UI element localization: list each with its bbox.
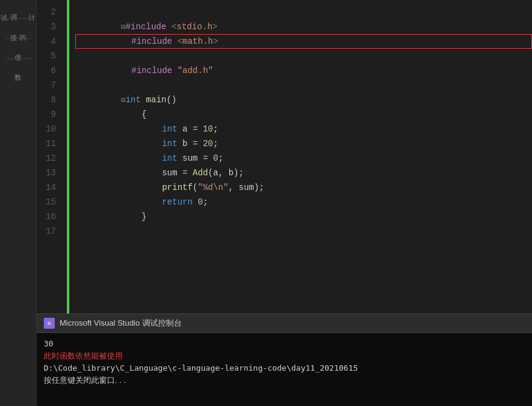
code-line-3[interactable]: #include <math.h> [80,19,532,34]
code-line-15[interactable]: } [80,195,532,209]
sidebar-divider-3 [6,58,30,59]
line-num-7: 7 [36,78,62,93]
code-line-11[interactable]: int sum = 0; [80,136,532,151]
code-line-17[interactable] [80,224,532,239]
code-line-13[interactable]: printf("%d\n", sum); [80,166,532,180]
line-num-11: 11 [36,136,62,151]
console-output-close: 按任意键关闭此窗口. . . [44,376,126,385]
line-num-17: 17 [36,224,62,239]
code-line-2[interactable]: ⊟#include <stdio.h> [80,5,532,19]
console-line-number: 30 [44,338,525,350]
code-line-9[interactable]: int a = 10; [80,107,532,122]
code-line-10[interactable]: int b = 20; [80,122,532,136]
code-line-6[interactable] [80,63,532,78]
line-num-13: 13 [36,166,62,180]
debug-console: ⚙ Microsoft Visual Studio 调试控制台 30 此时函数依… [36,313,532,406]
green-bar [67,0,69,313]
code-editor[interactable]: 2 3 4 5 6 7 8 9 10 11 12 13 14 15 16 17 … [36,0,532,313]
line-num-8: 8 [36,93,62,107]
console-line-close: 按任意键关闭此窗口. . . [44,374,525,387]
console-title: Microsoft Visual Studio 调试控制台 [60,318,182,329]
line-num-4: 4 [36,34,62,49]
sidebar-text-4: 数 [12,66,24,71]
left-sidebar: 行数统计调试编辑器 的接 使 数 [0,0,36,406]
console-icon-text: ⚙ [47,320,50,327]
console-titlebar: ⚙ Microsoft Visual Studio 调试控制台 [36,314,532,333]
line-num-2: 2 [36,5,62,19]
code-line-16[interactable] [80,209,532,224]
code-line-7[interactable]: ⊟int main() [80,78,532,93]
sidebar-text-3: 使 [12,46,24,51]
code-content[interactable]: ⊟#include <stdio.h> #include <math.h> #i… [75,0,532,313]
console-output-message: 此时函数依然能被使用 [44,351,123,360]
line-num-16: 16 [36,209,62,224]
line-num-12: 12 [36,151,62,166]
code-line-5[interactable] [80,49,532,63]
console-body[interactable]: 30 此时函数依然能被使用 D:\Code_library\C_Language… [36,333,532,406]
console-icon: ⚙ [44,318,55,329]
line-num-10: 10 [36,122,62,136]
code-line-12[interactable]: sum = Add(a, b); [80,151,532,166]
console-line-path: D:\Code_library\C_Language\c-language-le… [44,362,525,374]
line-num-15: 15 [36,195,62,209]
code-line-14[interactable]: return 0; [80,180,532,195]
code-line-8[interactable]: { [80,93,532,107]
line-numbers: 2 3 4 5 6 7 8 9 10 11 12 13 14 15 16 17 [36,0,67,313]
editor-area: 2 3 4 5 6 7 8 9 10 11 12 13 14 15 16 17 … [36,0,532,406]
console-line-message: 此时函数依然能被使用 [44,350,525,362]
line-num-6: 6 [36,63,62,78]
line-4-highlight-box [75,34,532,49]
sidebar-divider-2 [6,38,30,39]
sidebar-divider-1 [6,18,30,19]
code-line-4[interactable]: #include "add.h" [80,34,532,49]
line-num-3: 3 [36,19,62,34]
gutter [67,0,75,313]
line-num-14: 14 [36,180,62,195]
console-output-number: 30 [44,339,54,348]
line-num-9: 9 [36,107,62,122]
sidebar-text-2: 的接 [7,26,29,31]
console-output-path: D:\Code_library\C_Language\c-language-le… [44,363,358,373]
line-num-5: 5 [36,49,62,63]
